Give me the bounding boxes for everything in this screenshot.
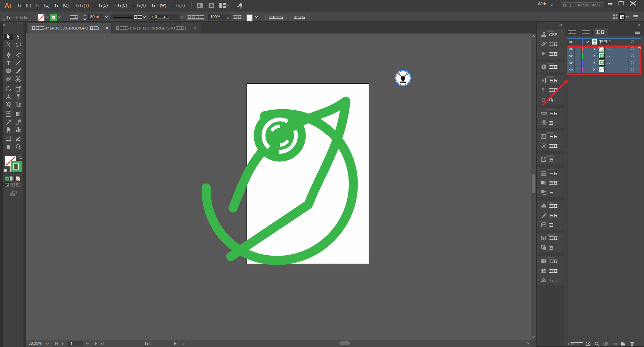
svg-text:T: T	[7, 60, 11, 66]
